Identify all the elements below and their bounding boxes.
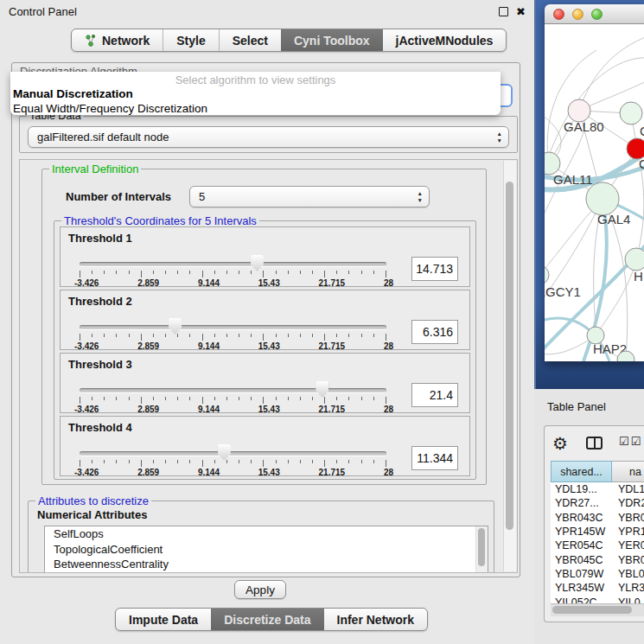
slider-track[interactable]	[80, 262, 386, 266]
threshold-value-field[interactable]: 14.713	[411, 257, 458, 281]
cell-shared-name[interactable]: YDL19...	[551, 483, 612, 495]
threshold-panel: Threshold 4 -3.4262.8599.14415.4321.7152…	[60, 416, 470, 476]
slider-track[interactable]	[80, 325, 386, 329]
slider-scale-labels: -3.4262.8599.14415.4321.71528	[74, 405, 393, 414]
slider-thumb[interactable]	[251, 255, 264, 271]
network-node-label: GAL4	[597, 212, 630, 226]
table-horizontal-scrollbar[interactable]	[551, 603, 644, 616]
slider-thumb[interactable]	[169, 318, 182, 335]
select-columns-checkbox-icons[interactable]: ☑☑	[619, 435, 642, 448]
tab-select[interactable]: Select	[219, 29, 281, 51]
tab-network[interactable]: Network	[72, 29, 163, 51]
attribute-list-item[interactable]: SelfLoops	[45, 526, 488, 542]
zoom-traffic-light-icon[interactable]	[591, 9, 603, 20]
dropdown-option-equal-width-frequency[interactable]: Equal Width/Frequency Discretization	[10, 101, 501, 116]
slider-scale-labels: -3.4262.8599.14415.4321.71528	[74, 468, 393, 477]
threshold-slider[interactable]: -3.4262.8599.14415.4321.71528	[80, 376, 386, 412]
network-window-titlebar[interactable]	[545, 4, 644, 24]
cell-shared-name[interactable]: YER054C	[551, 539, 612, 552]
tab-impute-data[interactable]: Impute Data	[116, 609, 211, 630]
table-data-group: Table Data galFiltered.sif default node …	[19, 116, 518, 153]
settings-vertical-scrollbar[interactable]	[503, 161, 516, 571]
node-table[interactable]: shared... na YDL19...YDL1YDR27...YDR2YBR…	[551, 461, 644, 616]
tab-discretize-data[interactable]: Discretize Data	[211, 609, 323, 630]
cell-shared-name[interactable]: YBL079W	[551, 568, 612, 580]
table-row[interactable]: YBL079WYBL0	[551, 567, 644, 581]
threshold-slider[interactable]: -3.4262.8599.14415.4321.71528	[80, 250, 386, 286]
scrollbar-thumb[interactable]	[552, 606, 632, 614]
table-row[interactable]: YDL19...YDL1	[551, 482, 644, 496]
attribute-list-item[interactable]: BetweennessCentrality	[45, 557, 488, 572]
tab-infer-network[interactable]: Infer Network	[324, 609, 427, 630]
network-node-gcy1[interactable]	[545, 265, 549, 284]
slider-scale-label: 28	[384, 405, 393, 414]
network-node-gal4[interactable]	[586, 182, 619, 215]
dropdown-option-manual-discretization[interactable]: Manual Discretization	[10, 86, 501, 101]
network-icon	[85, 34, 97, 48]
table-row[interactable]: YLR345WYLR3	[551, 581, 644, 595]
numerical-attributes-list[interactable]: SelfLoopsTopologicalCoefficientBetweenne…	[44, 526, 488, 573]
slider-scale-label: -3.426	[74, 405, 99, 414]
table-row[interactable]: YPR145WYPR1	[551, 525, 644, 539]
number-of-intervals-combobox[interactable]: 5 ▲▼	[189, 186, 430, 207]
discretization-algorithm-group: Discretization Algorithm Table Data galF…	[11, 62, 520, 577]
cell-shared-name[interactable]: YBR043C	[551, 512, 612, 524]
slider-thumb[interactable]	[316, 381, 328, 398]
attribute-list-item[interactable]: TopologicalCoefficient	[45, 542, 488, 558]
cell-name[interactable]: YBR0	[612, 554, 644, 566]
tab-cyni-toolbox[interactable]: Cyni Toolbox	[281, 29, 383, 51]
tab-style[interactable]: Style	[163, 29, 218, 51]
network-node-label: GCY1	[545, 284, 581, 299]
slider-scale-label: 21.715	[319, 405, 346, 414]
table-row[interactable]: YBR043CYBR0	[551, 511, 644, 525]
slider-track[interactable]	[80, 451, 386, 456]
thresholds-list: Threshold 1 -3.4262.8599.14415.4321.7152…	[54, 226, 475, 479]
column-header-name[interactable]: na	[612, 461, 644, 482]
threshold-slider[interactable]: -3.4262.8599.14415.4321.71528	[80, 313, 386, 349]
column-header-shared-name[interactable]: shared...	[551, 461, 612, 482]
threshold-value-field[interactable]: 21.4	[411, 383, 458, 407]
cell-name[interactable]: YBR0	[612, 512, 644, 524]
gear-icon[interactable]: ⚙	[552, 433, 568, 454]
table-data-combobox[interactable]: galFiltered.sif default node ▲▼	[28, 126, 509, 148]
cell-shared-name[interactable]: YBR045C	[551, 554, 612, 566]
table-row[interactable]: YDR27...YDR2	[551, 496, 644, 510]
table-panel-body: ⚙ ☑☑ shared... na YDL19...YDL1YDR27...YD…	[544, 425, 644, 622]
cell-shared-name[interactable]: YDR27...	[551, 497, 612, 509]
slider-thumb[interactable]	[218, 444, 231, 461]
threshold-value-field[interactable]: 6.316	[411, 320, 458, 344]
cell-name[interactable]: YER0	[612, 539, 644, 552]
slider-scale-label: 9.144	[198, 405, 220, 414]
table-row[interactable]: YBR045CYBR0	[551, 552, 644, 566]
apply-button[interactable]: Apply	[234, 580, 286, 599]
slider-track[interactable]	[80, 388, 386, 392]
network-node-h[interactable]	[625, 248, 644, 271]
scrollbar-thumb[interactable]	[478, 528, 485, 566]
cell-shared-name[interactable]: YPR145W	[551, 526, 612, 538]
cell-name[interactable]: YDL1	[612, 483, 644, 495]
attributes-list-scrollbar[interactable]	[475, 526, 488, 573]
scrollbar-thumb[interactable]	[506, 182, 513, 530]
threshold-value-field[interactable]: 11.344	[411, 446, 458, 470]
columns-icon[interactable]	[586, 437, 603, 450]
cell-name[interactable]: YLR3	[612, 582, 644, 594]
tab-select-label: Select	[233, 34, 268, 48]
float-panel-icon[interactable]	[499, 7, 508, 16]
tab-jactivemnodules[interactable]: jActiveMNodules	[383, 29, 507, 51]
cell-name[interactable]: YDR2	[612, 497, 644, 509]
threshold-label: Threshold 1	[68, 232, 132, 245]
cell-name[interactable]: YPR1	[612, 526, 644, 538]
combobox-stepper-icon: ▲▼	[497, 131, 508, 143]
minimize-traffic-light-icon[interactable]	[572, 9, 583, 20]
table-row[interactable]: YER054CYER0	[551, 539, 644, 552]
threshold-slider[interactable]: -3.4262.8599.14415.4321.71528	[80, 439, 386, 475]
cell-shared-name[interactable]: YLR345W	[551, 582, 612, 594]
close-traffic-light-icon[interactable]	[553, 9, 564, 20]
close-panel-icon[interactable]: ✖	[516, 6, 526, 17]
cell-name[interactable]: YBL0	[612, 568, 644, 580]
slider-scale-label: 2.859	[137, 468, 159, 477]
network-node-ga[interactable]	[620, 102, 642, 124]
network-canvas[interactable]: GAL80GACGAL11GAL4GCY1HHAP2	[545, 24, 644, 361]
table-rows: YDL19...YDL1YDR27...YDR2YBR043CYBR0YPR14…	[551, 482, 644, 604]
table-data-selected-value: galFiltered.sif default node	[37, 131, 169, 143]
